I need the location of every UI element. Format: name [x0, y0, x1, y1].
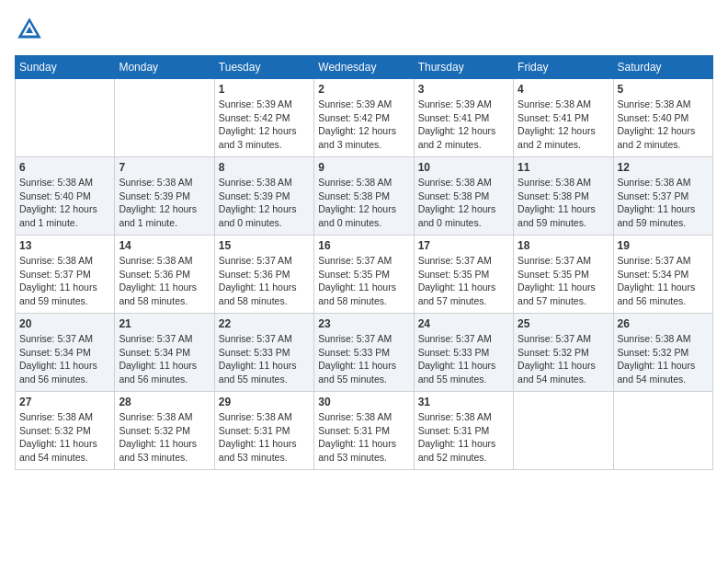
calendar-cell: 2Sunrise: 5:39 AM Sunset: 5:42 PM Daylig…	[314, 79, 414, 157]
calendar-header-friday: Friday	[514, 56, 613, 79]
calendar-header-row: SundayMondayTuesdayWednesdayThursdayFrid…	[16, 56, 713, 79]
day-info: Sunrise: 5:38 AM Sunset: 5:37 PM Dayligh…	[19, 254, 110, 308]
logo-icon	[15, 15, 44, 44]
calendar-header-sunday: Sunday	[16, 56, 115, 79]
day-info: Sunrise: 5:38 AM Sunset: 5:38 PM Dayligh…	[318, 176, 409, 230]
calendar-cell: 6Sunrise: 5:38 AM Sunset: 5:40 PM Daylig…	[16, 157, 115, 236]
day-number: 12	[618, 161, 709, 174]
day-info: Sunrise: 5:38 AM Sunset: 5:32 PM Dayligh…	[618, 332, 709, 386]
calendar-week-row: 27Sunrise: 5:38 AM Sunset: 5:32 PM Dayli…	[16, 392, 713, 470]
calendar-cell: 24Sunrise: 5:37 AM Sunset: 5:33 PM Dayli…	[414, 314, 513, 392]
day-info: Sunrise: 5:37 AM Sunset: 5:34 PM Dayligh…	[119, 332, 210, 386]
day-info: Sunrise: 5:38 AM Sunset: 5:41 PM Dayligh…	[518, 98, 609, 152]
calendar-cell: 3Sunrise: 5:39 AM Sunset: 5:41 PM Daylig…	[414, 79, 513, 157]
calendar-cell	[613, 392, 712, 470]
calendar-cell: 21Sunrise: 5:37 AM Sunset: 5:34 PM Dayli…	[115, 314, 214, 392]
calendar-cell	[115, 79, 214, 157]
day-number: 13	[19, 239, 110, 252]
day-number: 4	[518, 83, 609, 96]
day-info: Sunrise: 5:38 AM Sunset: 5:38 PM Dayligh…	[418, 176, 509, 230]
calendar-cell: 20Sunrise: 5:37 AM Sunset: 5:34 PM Dayli…	[16, 314, 115, 392]
day-info: Sunrise: 5:39 AM Sunset: 5:42 PM Dayligh…	[318, 98, 409, 152]
day-number: 18	[518, 239, 609, 252]
day-number: 10	[418, 161, 509, 174]
page: SundayMondayTuesdayWednesdayThursdayFrid…	[0, 0, 728, 485]
calendar-week-row: 20Sunrise: 5:37 AM Sunset: 5:34 PM Dayli…	[16, 314, 713, 392]
calendar-cell: 11Sunrise: 5:38 AM Sunset: 5:38 PM Dayli…	[514, 157, 613, 236]
day-info: Sunrise: 5:37 AM Sunset: 5:33 PM Dayligh…	[318, 332, 409, 386]
calendar-cell: 4Sunrise: 5:38 AM Sunset: 5:41 PM Daylig…	[514, 79, 613, 157]
day-number: 17	[418, 239, 509, 252]
calendar-cell	[16, 79, 115, 157]
calendar-cell: 14Sunrise: 5:38 AM Sunset: 5:36 PM Dayli…	[115, 236, 214, 314]
calendar-header-wednesday: Wednesday	[314, 56, 414, 79]
day-number: 9	[318, 161, 409, 174]
calendar-cell: 10Sunrise: 5:38 AM Sunset: 5:38 PM Dayli…	[414, 157, 513, 236]
day-info: Sunrise: 5:37 AM Sunset: 5:35 PM Dayligh…	[318, 254, 409, 308]
calendar-cell: 18Sunrise: 5:37 AM Sunset: 5:35 PM Dayli…	[514, 236, 613, 314]
day-info: Sunrise: 5:39 AM Sunset: 5:41 PM Dayligh…	[418, 98, 509, 152]
day-info: Sunrise: 5:38 AM Sunset: 5:31 PM Dayligh…	[219, 410, 310, 465]
calendar-cell: 28Sunrise: 5:38 AM Sunset: 5:32 PM Dayli…	[115, 392, 214, 470]
day-number: 21	[119, 317, 210, 330]
calendar-cell: 26Sunrise: 5:38 AM Sunset: 5:32 PM Dayli…	[613, 314, 712, 392]
day-number: 7	[119, 161, 210, 174]
header	[15, 15, 713, 44]
calendar-cell: 12Sunrise: 5:38 AM Sunset: 5:37 PM Dayli…	[613, 157, 712, 236]
calendar-header-monday: Monday	[115, 56, 214, 79]
day-number: 31	[418, 396, 509, 408]
day-number: 15	[219, 239, 310, 252]
day-info: Sunrise: 5:39 AM Sunset: 5:42 PM Dayligh…	[219, 98, 310, 152]
day-info: Sunrise: 5:38 AM Sunset: 5:36 PM Dayligh…	[119, 254, 210, 308]
day-info: Sunrise: 5:37 AM Sunset: 5:33 PM Dayligh…	[418, 332, 509, 386]
calendar-cell: 15Sunrise: 5:37 AM Sunset: 5:36 PM Dayli…	[214, 236, 313, 314]
calendar-cell	[514, 392, 613, 470]
calendar-cell: 30Sunrise: 5:38 AM Sunset: 5:31 PM Dayli…	[314, 392, 414, 470]
day-info: Sunrise: 5:38 AM Sunset: 5:38 PM Dayligh…	[518, 176, 609, 230]
day-number: 25	[518, 317, 609, 330]
day-info: Sunrise: 5:37 AM Sunset: 5:36 PM Dayligh…	[219, 254, 310, 308]
day-info: Sunrise: 5:37 AM Sunset: 5:32 PM Dayligh…	[518, 332, 609, 386]
day-info: Sunrise: 5:38 AM Sunset: 5:40 PM Dayligh…	[618, 98, 709, 152]
day-info: Sunrise: 5:37 AM Sunset: 5:33 PM Dayligh…	[219, 332, 310, 386]
calendar-cell: 23Sunrise: 5:37 AM Sunset: 5:33 PM Dayli…	[314, 314, 414, 392]
calendar-cell: 31Sunrise: 5:38 AM Sunset: 5:31 PM Dayli…	[414, 392, 513, 470]
calendar-cell: 16Sunrise: 5:37 AM Sunset: 5:35 PM Dayli…	[314, 236, 414, 314]
calendar-cell: 27Sunrise: 5:38 AM Sunset: 5:32 PM Dayli…	[16, 392, 115, 470]
calendar-cell: 25Sunrise: 5:37 AM Sunset: 5:32 PM Dayli…	[514, 314, 613, 392]
day-number: 26	[618, 317, 709, 330]
calendar-cell: 13Sunrise: 5:38 AM Sunset: 5:37 PM Dayli…	[16, 236, 115, 314]
calendar-cell: 1Sunrise: 5:39 AM Sunset: 5:42 PM Daylig…	[214, 79, 313, 157]
day-info: Sunrise: 5:37 AM Sunset: 5:34 PM Dayligh…	[19, 332, 110, 386]
day-number: 16	[318, 239, 409, 252]
calendar-header-saturday: Saturday	[613, 56, 712, 79]
day-info: Sunrise: 5:38 AM Sunset: 5:31 PM Dayligh…	[318, 410, 409, 465]
day-number: 5	[618, 83, 709, 96]
day-number: 3	[418, 83, 509, 96]
calendar-header-tuesday: Tuesday	[214, 56, 313, 79]
calendar-cell: 17Sunrise: 5:37 AM Sunset: 5:35 PM Dayli…	[414, 236, 513, 314]
day-info: Sunrise: 5:38 AM Sunset: 5:39 PM Dayligh…	[219, 176, 310, 230]
day-number: 29	[219, 396, 310, 408]
day-info: Sunrise: 5:38 AM Sunset: 5:37 PM Dayligh…	[618, 176, 709, 230]
day-info: Sunrise: 5:38 AM Sunset: 5:32 PM Dayligh…	[19, 410, 110, 465]
day-number: 30	[318, 396, 409, 408]
day-number: 1	[219, 83, 310, 96]
calendar-cell: 22Sunrise: 5:37 AM Sunset: 5:33 PM Dayli…	[214, 314, 313, 392]
calendar-cell: 5Sunrise: 5:38 AM Sunset: 5:40 PM Daylig…	[613, 79, 712, 157]
day-info: Sunrise: 5:38 AM Sunset: 5:32 PM Dayligh…	[119, 410, 210, 465]
day-number: 28	[119, 396, 210, 408]
logo	[15, 15, 48, 44]
day-info: Sunrise: 5:37 AM Sunset: 5:35 PM Dayligh…	[518, 254, 609, 308]
day-number: 8	[219, 161, 310, 174]
day-number: 27	[19, 396, 110, 408]
calendar-cell: 29Sunrise: 5:38 AM Sunset: 5:31 PM Dayli…	[214, 392, 313, 470]
day-info: Sunrise: 5:38 AM Sunset: 5:31 PM Dayligh…	[418, 410, 509, 465]
day-number: 20	[19, 317, 110, 330]
calendar-cell: 7Sunrise: 5:38 AM Sunset: 5:39 PM Daylig…	[115, 157, 214, 236]
calendar-table: SundayMondayTuesdayWednesdayThursdayFrid…	[15, 55, 713, 470]
day-number: 22	[219, 317, 310, 330]
day-info: Sunrise: 5:38 AM Sunset: 5:40 PM Dayligh…	[19, 176, 110, 230]
day-number: 2	[318, 83, 409, 96]
day-number: 11	[518, 161, 609, 174]
